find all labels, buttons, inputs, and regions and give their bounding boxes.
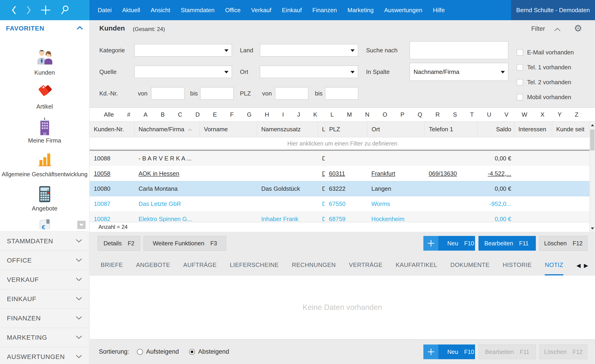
checkbox-mobil-vorhanden[interactable] (517, 94, 523, 100)
alpha-filter-x[interactable]: X (540, 111, 544, 118)
neu-button-bottom[interactable]: Neu F10 (423, 344, 475, 359)
back-icon[interactable] (11, 5, 17, 15)
alpha-filter-g[interactable]: G (247, 111, 251, 118)
alpha-filter-m[interactable]: M (347, 111, 352, 118)
column-header-la[interactable]: La (318, 122, 325, 137)
vertical-scrollbar[interactable] (589, 122, 595, 232)
quelle-select[interactable] (135, 66, 232, 78)
menu-item-stammdaten[interactable]: Stammdaten (181, 7, 214, 14)
alpha-filter-d[interactable]: D (195, 111, 200, 118)
table-row[interactable]: 10088- B A R V E R K A ...D0,00 € (90, 151, 590, 166)
alpha-filter-r[interactable]: R (435, 111, 440, 118)
alpha-filter-z[interactable]: Z (575, 111, 579, 118)
sidebar-item-euro-document[interactable]: € (0, 219, 89, 229)
sort-option-aufsteigend[interactable]: Aufsteigend (137, 348, 179, 355)
forward-icon[interactable] (26, 5, 32, 15)
menu-item-office[interactable]: Office (225, 7, 240, 14)
column-header-saldo[interactable]: Saldo (478, 122, 514, 137)
tab-scroll-right-icon[interactable]: ▶ (584, 262, 588, 269)
sidebar-section-verkauf[interactable]: VERKAUF (0, 270, 89, 289)
menu-item-einkauf[interactable]: Einkauf (282, 7, 302, 14)
user-account[interactable]: Bernd Schulte - Demodaten (511, 0, 595, 20)
menu-item-datei[interactable]: Datei (98, 7, 112, 14)
menu-item-hilfe[interactable]: Hilfe (433, 7, 445, 14)
table-row[interactable]: 10058AOK in HessenD60311Frankfurt069/136… (90, 166, 590, 181)
alpha-filter-e[interactable]: E (213, 111, 217, 118)
land-select[interactable] (260, 44, 358, 57)
sidebar-item-artikel[interactable]: Artikel (0, 83, 89, 117)
alpha-filter-i[interactable]: I (282, 111, 284, 118)
checkbox-tel-1-vorhanden[interactable] (517, 64, 523, 71)
sidebar-section-auswertungen[interactable]: AUSWERTUNGEN (0, 347, 89, 364)
menu-item-auswertungen[interactable]: Auswertungen (384, 7, 422, 14)
menu-item-marketing[interactable]: Marketing (347, 7, 374, 14)
sidebar-item-meine-firma[interactable]: Meine Firma (0, 117, 89, 151)
tab-historie[interactable]: HISTORIE (503, 256, 532, 275)
plz-von-input[interactable] (275, 87, 308, 100)
weitere-funktionen-button[interactable]: Weitere Funktionen F3 (144, 236, 226, 251)
filter-define-row[interactable]: Hier anklicken um einen Filter zu defini… (90, 137, 595, 150)
column-header-kunde-seit[interactable]: Kunde seit (552, 122, 590, 137)
tab-notiz[interactable]: NOTIZ (545, 256, 563, 275)
alpha-filter-[interactable]: # (127, 111, 130, 118)
bearbeiten-button-bottom[interactable]: Bearbeiten F11 (478, 344, 536, 359)
sidebar-section-office[interactable]: OFFICE (0, 251, 89, 270)
filter-toggle-label[interactable]: Filter (531, 25, 545, 32)
column-header-telefon-1[interactable]: Telefon 1 (425, 122, 478, 137)
column-header-namenszusatz[interactable]: Namenszusatz (257, 122, 318, 137)
tab-briefe[interactable]: BRIEFE (101, 256, 123, 275)
tab-scroll-left-icon[interactable]: ◀ (576, 262, 581, 269)
scroll-down-icon[interactable] (590, 225, 595, 231)
search-icon[interactable] (60, 5, 70, 15)
column-header-nachname-firma[interactable]: Nachname/Firma (135, 122, 200, 137)
alpha-filter-q[interactable]: Q (418, 111, 422, 118)
sidebar-item-angebote[interactable]: Angebote (0, 185, 89, 219)
checkbox-e-mail-vorhanden[interactable] (517, 49, 523, 56)
tab-verträge[interactable]: VERTRÄGE (349, 256, 382, 275)
column-header-kunden-nr[interactable]: Kunden-Nr. (90, 122, 135, 137)
kategorie-select[interactable] (135, 44, 232, 57)
ort-select[interactable] (260, 66, 358, 78)
tab-rechnungen[interactable]: RECHNUNGEN (292, 256, 336, 275)
column-header-interessen[interactable]: Interessen (514, 122, 552, 137)
menu-item-finanzen[interactable]: Finanzen (312, 7, 337, 14)
alpha-filter-c[interactable]: C (178, 111, 182, 118)
radio-absteigend[interactable] (189, 349, 195, 355)
alpha-filter-w[interactable]: W (522, 111, 527, 118)
alpha-filter-v[interactable]: V (504, 111, 508, 118)
plz-bis-input[interactable] (325, 87, 358, 100)
sidebar-section-marketing[interactable]: MARKETING (0, 328, 89, 347)
neu-button[interactable]: Neu F10 (423, 236, 475, 251)
bearbeiten-button[interactable]: Bearbeiten F11 (478, 236, 536, 251)
sort-option-absteigend[interactable]: Absteigend (189, 348, 229, 355)
column-header-vorname[interactable]: Vorname (200, 122, 257, 137)
gear-icon[interactable]: ⚙ (574, 23, 582, 34)
alpha-filter-j[interactable]: J (297, 111, 300, 118)
favorites-header[interactable]: FAVORITEN (0, 20, 89, 37)
alpha-filter-b[interactable]: B (161, 111, 165, 118)
table-row[interactable]: 10080Carla MontanaDas GoldstückD63222Lan… (90, 181, 590, 196)
alpha-filter-n[interactable]: N (365, 111, 369, 118)
alpha-filter-alle[interactable]: Alle (104, 111, 114, 118)
table-row[interactable]: 10082Elektro Spinnen G...Inhaber FrankD6… (90, 211, 590, 222)
suche-nach-input[interactable] (410, 41, 508, 59)
checkbox-tel-2-vorhanden[interactable] (517, 79, 523, 85)
in-spalte-select[interactable]: Nachname/Firma (410, 63, 508, 81)
scroll-up-icon[interactable] (590, 122, 595, 128)
alpha-filter-a[interactable]: A (144, 111, 148, 118)
column-header-ort[interactable]: Ort (368, 122, 425, 137)
loeschen-button[interactable]: Löschen F12 (539, 236, 588, 251)
kdnr-von-input[interactable] (151, 87, 184, 100)
alpha-filter-o[interactable]: O (382, 111, 387, 118)
details-button[interactable]: Details F2 (98, 236, 140, 251)
alpha-filter-s[interactable]: S (453, 111, 457, 118)
sidebar-item-allgemeine-geschäftsentwicklung[interactable]: Allgemeine Geschäftsentwicklung (0, 151, 89, 185)
table-row[interactable]: 10087Das Letzte GbRD67550Worms-952,0... (90, 196, 590, 211)
menu-item-verkauf[interactable]: Verkauf (251, 7, 271, 14)
tab-kaufartikel[interactable]: KAUFARTIKEL (396, 256, 437, 275)
alpha-filter-p[interactable]: P (400, 111, 404, 118)
menu-item-aktuell[interactable]: Aktuell (122, 7, 140, 14)
scrollbar-thumb[interactable] (590, 129, 595, 150)
alpha-filter-t[interactable]: T (470, 111, 474, 118)
sidebar-item-kunden[interactable]: Kunden (0, 49, 89, 83)
